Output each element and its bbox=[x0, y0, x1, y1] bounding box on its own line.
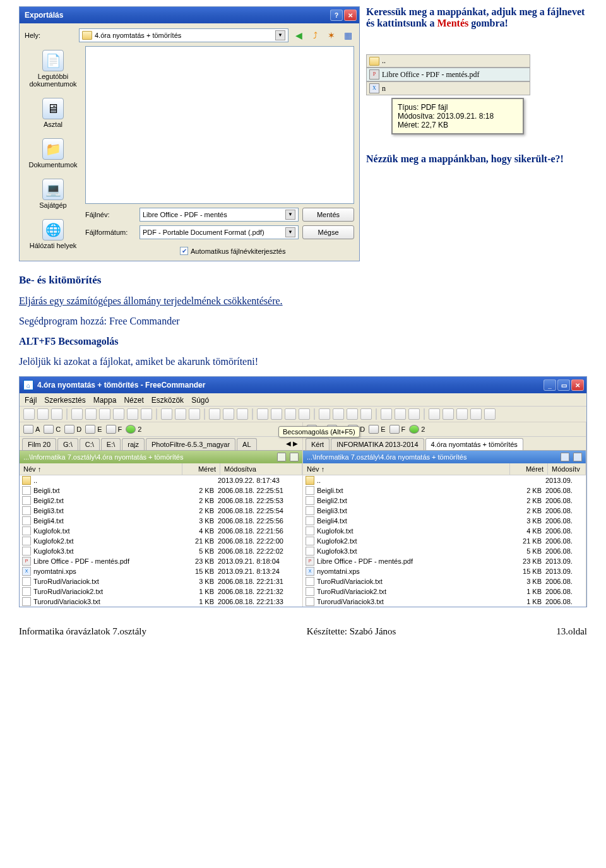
close-icon[interactable]: ✕ bbox=[344, 9, 357, 21]
newfolder-icon[interactable]: ✶ bbox=[325, 29, 338, 42]
fc-titlebar[interactable]: ⌂ 4.óra nyomtatás + tömörítés - FreeComm… bbox=[20, 377, 586, 393]
menu-tools[interactable]: Eszközök bbox=[152, 396, 184, 405]
toolbar-icon[interactable] bbox=[237, 408, 248, 420]
tab[interactable]: rajz bbox=[122, 438, 145, 450]
drive-F[interactable]: F bbox=[389, 425, 406, 434]
toolbar-icon[interactable] bbox=[484, 408, 496, 420]
tab[interactable]: INFORMATIKA 2013-2014 bbox=[331, 438, 424, 450]
menu-edit[interactable]: Szerkesztés bbox=[44, 396, 85, 405]
tab[interactable]: Kért bbox=[306, 438, 330, 450]
tab[interactable]: E:\ bbox=[101, 438, 121, 450]
file-list-area[interactable] bbox=[85, 46, 354, 204]
file-row[interactable]: Beigli2.txt2 KB2006.08.18. 22:25:53 bbox=[20, 496, 302, 506]
toolbar-icon[interactable] bbox=[161, 408, 172, 420]
toolbar-icon[interactable] bbox=[470, 408, 482, 420]
menu-folder[interactable]: Mappa bbox=[93, 396, 117, 405]
file-row[interactable]: Beigli3.txt2 KB2006.08.18. 22:25:54 bbox=[20, 506, 302, 516]
file-row[interactable]: Kuglofok3.txt5 KB2006.08. bbox=[303, 546, 586, 556]
file-row[interactable]: Kuglofok.txt4 KB2006.08.18. 22:21:56 bbox=[20, 526, 302, 536]
file-row[interactable]: TuroRudiVariaciok.txt3 KB2006.08. bbox=[303, 576, 586, 586]
chevron-down-icon[interactable]: ▼ bbox=[275, 30, 285, 40]
file-row[interactable]: Beigli3.txt2 KB2006.08. bbox=[303, 506, 586, 516]
format-combo[interactable]: PDF - Portable Document Format (.pdf) ▼ bbox=[140, 225, 299, 239]
toolbar-icon[interactable] bbox=[209, 408, 220, 420]
drive-E[interactable]: E bbox=[85, 425, 102, 434]
sidebar-recent[interactable]: 📄Legutóbbi dokumentumok bbox=[25, 46, 81, 90]
file-row[interactable]: Xnyomtatni.xps15 KB2013.09. bbox=[303, 566, 586, 576]
drive-2[interactable]: 2 bbox=[126, 425, 141, 434]
toolbar-icon[interactable] bbox=[99, 408, 110, 420]
location-combo[interactable]: 4.óra nyomtatás + tömörítés ▼ bbox=[79, 28, 288, 42]
pbicon[interactable] bbox=[561, 453, 569, 461]
file-row[interactable]: TuroRudiVariaciok.txt3 KB2006.08.18. 22:… bbox=[20, 576, 302, 586]
toolbar-icon[interactable] bbox=[51, 408, 62, 420]
toolbar-icon[interactable] bbox=[381, 408, 392, 420]
dialog-titlebar[interactable]: Exportálás ? ✕ bbox=[20, 7, 359, 23]
toolbar-icon[interactable] bbox=[299, 408, 310, 420]
chevron-down-icon[interactable]: ▼ bbox=[285, 227, 295, 237]
filelist-left[interactable]: Név ↑ Méret Módosítva ..2013.09.22. 8:17… bbox=[20, 463, 302, 607]
auto-ext-checkbox[interactable]: ✔ Automatikus fájlnévkiterjesztés bbox=[180, 247, 285, 255]
pbicon[interactable] bbox=[290, 453, 299, 461]
toolbar-icon[interactable] bbox=[141, 408, 152, 420]
file-row[interactable]: Beigli2.txt2 KB2006.08. bbox=[303, 496, 586, 506]
toolbar-icon[interactable] bbox=[23, 408, 35, 420]
file-row[interactable]: Xnyomtatni.xps15 KB2013.09.21. 8:13:24 bbox=[20, 566, 302, 576]
pathbar-right[interactable]: ...\Informatika 7.osztály\4.óra nyomtatá… bbox=[303, 451, 586, 463]
pathbar-left[interactable]: ...\Informatika 7.osztály\4.óra nyomtatá… bbox=[20, 451, 302, 463]
toolbar-icon[interactable] bbox=[175, 408, 186, 420]
toolbar-icon[interactable] bbox=[319, 408, 330, 420]
toolbar-icon[interactable] bbox=[71, 408, 83, 420]
drive-2[interactable]: 2 bbox=[409, 425, 425, 434]
toolbar-icon[interactable] bbox=[257, 408, 268, 420]
drive-F[interactable]: F bbox=[106, 425, 122, 434]
cancel-button[interactable]: Mégse bbox=[302, 225, 354, 239]
file-row[interactable]: Beigli.txt2 KB2006.08.18. 22:25:51 bbox=[20, 485, 302, 496]
toolbar-icon[interactable] bbox=[127, 408, 138, 420]
menu-view[interactable]: Nézet bbox=[124, 396, 143, 405]
file-row[interactable]: TurorudiVariaciok3.txt1 KB2006.08.18. 22… bbox=[20, 597, 302, 607]
file-row[interactable]: Kuglofok2.txt21 KB2006.08.18. 22:22:00 bbox=[20, 536, 302, 546]
file-row[interactable]: ..2013.09.22. 8:17:43 bbox=[20, 475, 302, 485]
minimize-icon[interactable]: _ bbox=[544, 379, 556, 391]
file-row[interactable]: ..2013.09. bbox=[303, 475, 586, 485]
toolbar-icon[interactable] bbox=[223, 408, 234, 420]
pbicon[interactable] bbox=[277, 453, 286, 461]
save-button[interactable]: Mentés bbox=[302, 208, 354, 222]
toolbar-icon[interactable] bbox=[37, 408, 49, 420]
file-row[interactable]: Beigli4.txt3 KB2006.08. bbox=[303, 516, 586, 526]
file-row[interactable]: TurorudiVariaciok3.txt1 KB2006.08. bbox=[303, 597, 586, 607]
drive-E[interactable]: E bbox=[369, 425, 385, 434]
back-icon[interactable]: ◀ bbox=[292, 29, 305, 42]
tab[interactable]: Film 20 bbox=[22, 438, 56, 450]
filelist-right[interactable]: Név ↑ Méret Módosítv ..2013.09.Beigli.tx… bbox=[303, 463, 586, 607]
toolbar-icon[interactable] bbox=[360, 408, 372, 420]
sidebar-documents[interactable]: 📁Dokumentumok bbox=[25, 134, 81, 171]
sidebar-network[interactable]: 🌐Hálózati helyek bbox=[25, 215, 81, 252]
tab[interactable]: AL bbox=[237, 438, 256, 450]
filename-input[interactable]: Libre Office - PDF - mentés ▼ bbox=[140, 208, 299, 222]
maximize-icon[interactable]: ▭ bbox=[557, 379, 570, 391]
toolbar-icon[interactable] bbox=[408, 408, 420, 420]
close-icon[interactable]: ✕ bbox=[571, 379, 584, 391]
menu-file[interactable]: Fájl bbox=[25, 396, 37, 405]
file-row[interactable]: Kuglofok3.txt5 KB2006.08.18. 22:22:02 bbox=[20, 546, 302, 556]
tab[interactable]: C:\ bbox=[80, 438, 100, 450]
drive-A[interactable]: A bbox=[23, 425, 40, 434]
toolbar-icon[interactable] bbox=[429, 408, 440, 420]
toolbar-icon[interactable] bbox=[189, 408, 200, 420]
toolbar-icon[interactable] bbox=[113, 408, 124, 420]
tab-scroll[interactable]: ◀ ▶ bbox=[284, 438, 300, 450]
file-row[interactable]: TuroRudiVariaciok2.txt1 KB2006.08. bbox=[303, 586, 586, 597]
file-row[interactable]: TuroRudiVariaciok2.txt1 KB2006.08.18. 22… bbox=[20, 586, 302, 597]
toolbar-icon[interactable] bbox=[347, 408, 358, 420]
sidebar-desktop[interactable]: 🖥Asztal bbox=[25, 94, 81, 131]
up-icon[interactable]: ⤴ bbox=[309, 29, 321, 42]
view-icon[interactable]: ▦ bbox=[342, 29, 354, 42]
tab[interactable]: 4.óra nyomtatás + tömörítés bbox=[425, 438, 523, 450]
toolbar-icon[interactable] bbox=[395, 408, 406, 420]
toolbar-icon[interactable] bbox=[333, 408, 344, 420]
tab[interactable]: G:\ bbox=[57, 438, 78, 450]
drive-C[interactable]: C bbox=[44, 425, 61, 434]
toolbar-icon[interactable] bbox=[443, 408, 454, 420]
